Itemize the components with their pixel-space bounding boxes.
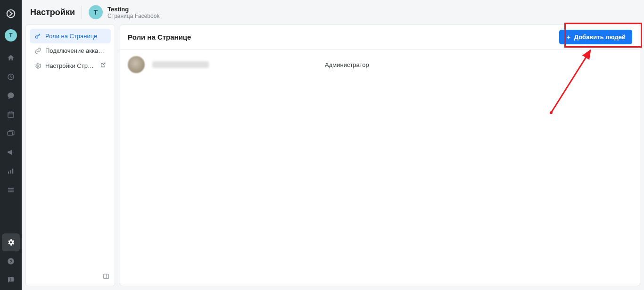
key-icon xyxy=(34,33,41,40)
page-avatar-initial: T xyxy=(94,8,98,16)
svg-rect-10 xyxy=(10,280,11,281)
svg-rect-2 xyxy=(8,112,14,117)
nav-cards-icon[interactable] xyxy=(2,124,20,142)
add-people-button-label: Добавить людей xyxy=(574,33,626,41)
add-people-button[interactable]: Добавить людей xyxy=(559,30,632,44)
svg-rect-9 xyxy=(10,278,11,280)
page-title: Настройки xyxy=(30,8,75,17)
svg-point-12 xyxy=(37,65,39,66)
member-name-blurred xyxy=(152,61,209,68)
page-subtitle: Страница Facebook xyxy=(107,13,159,19)
page-avatar: T xyxy=(89,5,103,19)
link-icon xyxy=(34,47,41,54)
sidebar-item-page-roles[interactable]: Роли на Странице xyxy=(30,29,111,43)
svg-rect-13 xyxy=(104,274,109,278)
nav-list-icon[interactable] xyxy=(2,181,20,199)
sidebar-item-page-settings[interactable]: Настройки Страни... xyxy=(30,58,111,73)
nav-settings-icon[interactable] xyxy=(2,233,20,251)
nav-megaphone-icon[interactable] xyxy=(2,143,20,161)
settings-sidebar: Роли на Странице Подключение аккаунт... … xyxy=(25,25,115,286)
svg-rect-4 xyxy=(8,172,9,174)
page-selector[interactable]: T Testing Страница Facebook xyxy=(89,5,159,19)
left-nav-rail: T ? xyxy=(0,0,22,290)
top-bar: Настройки T Testing Страница Facebook xyxy=(22,0,644,25)
plus-icon xyxy=(566,34,571,40)
member-role: Администратор xyxy=(325,61,369,68)
panel-header: Роли на Странице Добавить людей xyxy=(120,25,640,50)
svg-rect-6 xyxy=(12,169,13,174)
member-avatar xyxy=(128,56,145,73)
nav-feedback-icon[interactable] xyxy=(2,271,20,289)
external-link-icon xyxy=(100,62,106,69)
gear-icon xyxy=(34,62,41,69)
panel-title: Роли на Странице xyxy=(128,33,191,41)
main-region: Настройки T Testing Страница Facebook Ро… xyxy=(22,0,644,290)
member-row[interactable]: Администратор xyxy=(120,50,640,80)
nav-calendar-icon[interactable] xyxy=(2,106,20,124)
topbar-divider xyxy=(82,6,82,19)
page-meta: Testing Страница Facebook xyxy=(107,6,159,19)
content-area: Роли на Странице Подключение аккаунт... … xyxy=(22,25,644,290)
nav-help-icon[interactable]: ? xyxy=(2,252,20,270)
svg-point-14 xyxy=(550,111,553,114)
sidebar-item-connect-account[interactable]: Подключение аккаунт... xyxy=(30,43,111,58)
nav-clock-icon[interactable] xyxy=(2,68,20,86)
workspace-avatar-initial: T xyxy=(9,32,12,39)
svg-point-0 xyxy=(7,10,15,18)
svg-text:?: ? xyxy=(9,259,12,264)
nav-analytics-icon[interactable] xyxy=(2,162,20,180)
svg-rect-3 xyxy=(8,132,13,135)
sidebar-item-label: Настройки Страни... xyxy=(45,62,96,69)
nav-chat-icon[interactable] xyxy=(2,87,20,105)
svg-point-11 xyxy=(36,36,38,38)
nav-home-icon[interactable] xyxy=(2,49,20,67)
app-logo-icon[interactable] xyxy=(2,5,20,23)
sidebar-item-label: Подключение аккаунт... xyxy=(45,47,106,54)
workspace-avatar[interactable]: T xyxy=(5,29,17,41)
page-name: Testing xyxy=(107,6,159,13)
roles-panel: Роли на Странице Добавить людей xyxy=(120,25,640,286)
collapse-sidebar-icon[interactable] xyxy=(102,273,110,282)
svg-rect-5 xyxy=(10,170,11,174)
sidebar-item-label: Роли на Странице xyxy=(45,33,106,40)
